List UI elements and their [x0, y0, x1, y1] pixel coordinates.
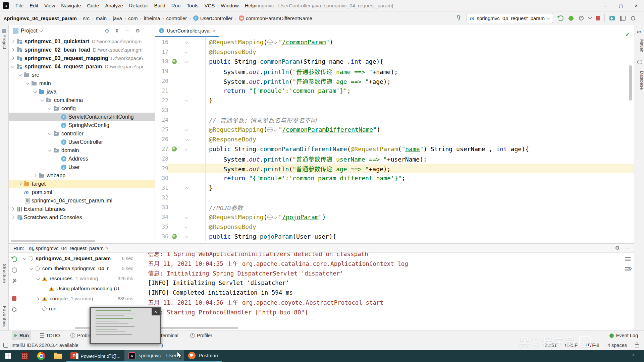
project-view-dropdown-icon[interactable] — [39, 28, 43, 32]
tree-row[interactable]: Scratches and Consoles — [9, 213, 155, 222]
run-tree-row[interactable]: com.itheima:springmvc_04_r5 sec — [20, 263, 136, 274]
debug-icon[interactable] — [568, 15, 574, 21]
run-tree-row[interactable]: Using platform encoding (U — [20, 284, 136, 294]
run-tree-row[interactable]: springmvc_04_request_param6 sec — [20, 253, 136, 263]
breadcrumb-item[interactable]: itheima — [144, 15, 160, 21]
tree-row[interactable]: springmvc_04_request_paramD:\workspace\s… — [9, 62, 155, 71]
code-line[interactable]: 20 System.out.println("普通参数传递 age ==> "+… — [155, 76, 634, 86]
collapse-all-icon[interactable]: ⼀ — [125, 27, 130, 34]
menu-file[interactable]: File — [12, 3, 26, 8]
services-icon[interactable] — [609, 15, 615, 21]
code-line[interactable]: 33//POJO参数 — [155, 202, 634, 212]
url-globe-icon[interactable] — [267, 215, 273, 220]
menu-navigate[interactable]: Navigate — [58, 3, 84, 8]
editor-tab-usercontroller[interactable]: c UserController.java × — [155, 25, 219, 37]
menu-refactor[interactable]: Refactor — [126, 3, 151, 8]
tree-row[interactable]: mpom.xml — [9, 188, 155, 196]
fold-marker-icon[interactable] — [180, 235, 193, 238]
spring-bean-gutter-icon[interactable] — [168, 234, 180, 239]
tree-arrow-icon[interactable] — [11, 207, 14, 210]
tree-arrow-icon[interactable] — [41, 99, 44, 102]
sidebar-tab-maven[interactable]: Maven — [634, 36, 644, 56]
toolwindow-button-profiler[interactable]: Profiler — [188, 331, 215, 340]
url-globe-icon[interactable] — [267, 40, 273, 45]
tree-arrow-icon[interactable] — [48, 107, 51, 110]
profiler-dropdown-icon[interactable] — [588, 15, 592, 19]
layout-icon[interactable] — [620, 15, 626, 21]
maximize-button[interactable]: ▢ — [613, 0, 629, 11]
gear-icon[interactable]: ⚙ — [136, 28, 140, 34]
tree-arrow-icon[interactable] — [11, 40, 14, 43]
run-tab-close-icon[interactable]: × — [106, 246, 109, 251]
tree-arrow-icon[interactable] — [19, 182, 22, 185]
run-tree-row[interactable]: compile1 warning839 ms — [20, 294, 136, 304]
tree-row[interactable]: webapp — [9, 171, 155, 180]
status-message[interactable]: IntelliJ IDEA 2020.3.4 available — [11, 343, 78, 348]
breadcrumb-item[interactable]: java — [113, 15, 122, 21]
breadcrumb-item[interactable]: mcommonParamDifferentName — [239, 15, 312, 21]
project-tree-hscrollbar[interactable] — [11, 240, 95, 242]
tree-arrow-icon[interactable] — [11, 65, 14, 68]
taskbar-app-postman[interactable]: Postman — [184, 350, 222, 362]
run-console[interactable]: 信息: 1 Spring WebApplicationInitializers … — [137, 252, 621, 330]
tree-row[interactable]: config — [9, 104, 155, 113]
lock-icon[interactable] — [635, 344, 639, 348]
menu-build[interactable]: Build — [151, 3, 168, 8]
stop-process-icon[interactable] — [12, 296, 17, 301]
tree-row[interactable]: java — [9, 87, 155, 96]
menu-window[interactable]: Window — [218, 3, 241, 8]
start-button[interactable] — [0, 350, 16, 362]
code-line[interactable]: 26@ResponseBody — [155, 134, 634, 144]
tree-row[interactable]: controller — [9, 129, 155, 138]
tree-arrow-icon[interactable] — [11, 48, 14, 51]
skip-tests-icon[interactable] — [12, 267, 17, 273]
tray-chevron-icon[interactable]: ^ — [632, 353, 644, 359]
code-line[interactable]: 29 System.out.println("普通参数传递 age ==> "+… — [155, 164, 634, 173]
more-tool-windows-icon[interactable]: » — [2, 323, 5, 328]
url-globe-icon[interactable] — [267, 127, 273, 132]
run-tree-row[interactable]: resources1 warning326 ms — [20, 274, 136, 284]
tree-arrow-icon[interactable] — [30, 267, 33, 270]
run-tab[interactable]: m springmvc_04_request_param × — [29, 245, 109, 251]
code-line[interactable]: 32 — [155, 193, 634, 202]
scroll-to-end-icon[interactable] — [625, 266, 631, 272]
code-line[interactable]: 31} — [155, 183, 634, 193]
fold-marker-icon[interactable] — [180, 60, 193, 63]
tree-arrow-icon[interactable] — [34, 90, 37, 93]
toolwindow-button-todo[interactable]: TODO — [38, 331, 62, 340]
menu-edit[interactable]: Edit — [26, 3, 41, 8]
menu-view[interactable]: View — [41, 3, 58, 8]
tree-arrow-icon[interactable] — [19, 73, 22, 76]
menu-vcs[interactable]: VCS — [201, 3, 218, 8]
tree-arrow-icon[interactable] — [34, 174, 37, 177]
fold-marker-icon[interactable] — [180, 51, 193, 53]
toolwindow-button-run[interactable]: Run — [12, 331, 31, 340]
taskbar-explorer[interactable] — [50, 350, 66, 362]
code-line[interactable]: 27public String commonParamDifferentName… — [155, 144, 634, 154]
tree-arrow-icon[interactable] — [26, 82, 29, 85]
tree-row[interactable]: com.itheima — [9, 96, 155, 104]
code-line[interactable]: 34@RequestMapping("/pojoParam") — [155, 212, 634, 222]
tree-arrow-icon[interactable] — [37, 277, 40, 280]
tree-row[interactable]: cAddress — [9, 155, 155, 163]
event-log-button[interactable]: Event Log — [609, 331, 638, 340]
spring-bean-gutter-icon[interactable] — [168, 59, 180, 64]
tree-row[interactable]: target — [9, 180, 155, 188]
expand-all-icon[interactable]: ⇕ — [115, 28, 119, 34]
tree-arrow-icon[interactable] — [11, 57, 14, 60]
menu-code[interactable]: Code — [84, 3, 102, 8]
sidebar-tab-favorites[interactable]: Favorites — [0, 306, 9, 333]
code-editor[interactable]: 16@RequestMapping("/commonParam")17@Resp… — [155, 37, 634, 243]
taskbar-pinned-app[interactable] — [16, 350, 33, 362]
code-line[interactable]: 25@RequestMapping("/commonParamDifferent… — [155, 125, 634, 134]
build-arrow-icon[interactable] — [457, 15, 462, 21]
run-settings-gear-icon[interactable]: ⚙ — [615, 245, 620, 251]
run-configuration-select[interactable]: m springmvc_04_request_param — [467, 13, 553, 23]
code-line[interactable]: 28 System.out.println("普通参数传递 userName =… — [155, 154, 634, 164]
tab-close-icon[interactable]: × — [213, 28, 216, 33]
menu-analyze[interactable]: Analyze — [102, 3, 126, 8]
code-line[interactable]: 36public String pojoParam(User user){ — [155, 232, 634, 241]
breadcrumb-item[interactable]: src — [83, 15, 90, 21]
tree-arrow-icon[interactable] — [48, 149, 51, 152]
code-line[interactable]: 19 System.out.println("普通参数传递 name ==> "… — [155, 66, 634, 76]
